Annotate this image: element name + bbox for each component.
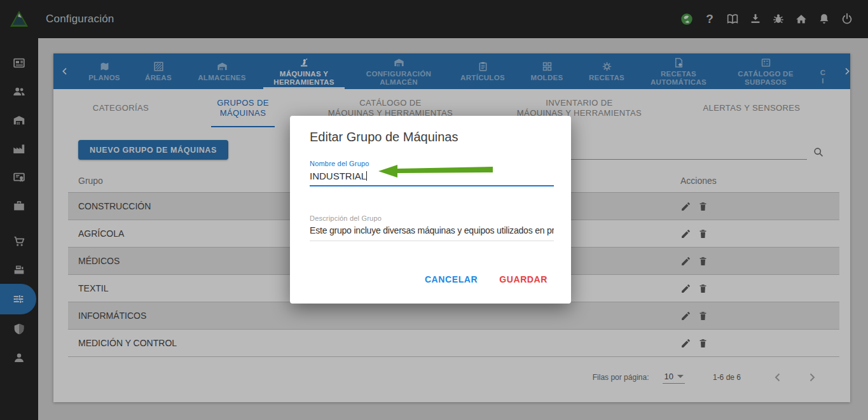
dialog-actions: CANCELAR GUARDAR <box>310 274 554 284</box>
annotation-arrow-icon <box>378 164 493 178</box>
group-description-input[interactable]: Este grupo incluye diversas máquinas y e… <box>310 225 554 241</box>
group-description-field[interactable]: Descripción del Grupo Este grupo incluye… <box>310 214 554 241</box>
edit-group-dialog: Editar Grupo de Máquinas Nombre del Grup… <box>290 116 571 304</box>
save-button[interactable]: GUARDAR <box>499 274 548 284</box>
cancel-button[interactable]: CANCELAR <box>425 274 478 284</box>
text-cursor <box>366 171 367 181</box>
dialog-title: Editar Grupo de Máquinas <box>310 130 554 144</box>
group-description-label: Descripción del Grupo <box>310 214 554 222</box>
